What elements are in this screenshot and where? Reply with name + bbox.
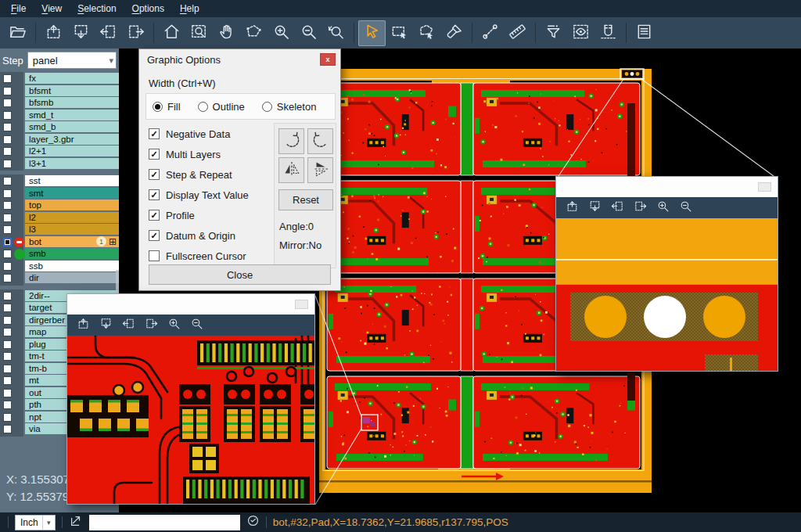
menu-item-help[interactable]: Help xyxy=(172,1,207,16)
mirror-vertical-button[interactable] xyxy=(278,157,304,183)
zoom-out-button[interactable] xyxy=(679,200,692,216)
layers-doc-button[interactable] xyxy=(630,20,658,46)
dialog-close-button[interactable]: x xyxy=(320,53,336,66)
check-row-multi-layers[interactable]: ✓Multi Layers xyxy=(149,144,249,164)
move-left-button[interactable] xyxy=(122,317,135,333)
layer-row-sst[interactable]: sst xyxy=(0,175,119,188)
layer-checkbox-fx[interactable] xyxy=(3,74,12,83)
layer-row-layer_3.gbr[interactable]: layer_3.gbr xyxy=(0,134,119,146)
layer-checkbox-via[interactable] xyxy=(3,425,12,433)
layer-row-smd_t[interactable]: smd_t xyxy=(0,110,119,122)
layer-checkbox-smt[interactable] xyxy=(3,189,12,198)
layer-row-bfsmb[interactable]: bfsmb xyxy=(0,97,119,110)
menu-item-options[interactable]: Options xyxy=(124,1,172,16)
layer-row-top[interactable]: top xyxy=(0,200,119,212)
layer-checkbox-plug[interactable] xyxy=(3,340,12,349)
layer-row-dir[interactable]: dir xyxy=(0,272,119,285)
move-right-button[interactable] xyxy=(145,317,158,333)
rotate-cw-button[interactable] xyxy=(278,128,304,154)
radio-skeleton[interactable]: Skeleton xyxy=(262,101,317,113)
move-up-button[interactable] xyxy=(566,200,579,216)
rotate-ccw-button[interactable] xyxy=(307,128,333,154)
zoom-in-button[interactable] xyxy=(167,317,181,333)
zoom-out-button[interactable] xyxy=(295,20,322,46)
move-right-button[interactable] xyxy=(122,20,149,46)
rect-select-button[interactable] xyxy=(386,20,413,46)
move-down-button[interactable] xyxy=(67,20,95,46)
layer-checkbox-ssb[interactable] xyxy=(3,262,12,271)
layer-row-l3[interactable]: l3 xyxy=(0,224,119,236)
layer-checkbox-npt[interactable] xyxy=(3,413,12,422)
close-button[interactable]: Close xyxy=(149,264,331,285)
move-up-button[interactable] xyxy=(77,317,90,333)
layer-row-l2[interactable]: l2 xyxy=(0,212,119,225)
mirror-horizontal-button[interactable] xyxy=(307,157,333,183)
layer-checkbox-sst[interactable] xyxy=(3,177,12,185)
check-row-step-repeat[interactable]: ✓Step & Repeat xyxy=(149,164,249,185)
radio-outline[interactable]: Outline xyxy=(198,101,245,113)
move-down-button[interactable] xyxy=(588,200,602,216)
checkbox-fullscreen-cursor[interactable] xyxy=(149,250,160,261)
layer-checkbox-tm-t[interactable] xyxy=(3,352,12,361)
pan-button[interactable] xyxy=(213,20,240,46)
step-select[interactable]: panel ▾ xyxy=(27,52,117,69)
polygon-path-button[interactable] xyxy=(240,20,268,46)
layer-checkbox-l3+1[interactable] xyxy=(3,160,12,168)
menu-item-view[interactable]: View xyxy=(34,1,70,16)
menu-item-selection[interactable]: Selection xyxy=(70,1,124,16)
layer-checkbox-pth[interactable] xyxy=(3,401,12,409)
layer-row-ssb[interactable]: ssb xyxy=(0,261,119,273)
layer-checkbox-top[interactable] xyxy=(3,201,12,210)
layer-checkbox-l2+1[interactable] xyxy=(3,147,12,156)
check-row-datum-origin[interactable]: ✓Datum & Origin xyxy=(149,225,249,246)
move-right-button[interactable] xyxy=(634,200,647,216)
magnifier-titlebar[interactable] xyxy=(67,294,314,315)
zoom-in-button[interactable] xyxy=(268,20,295,46)
select-button[interactable] xyxy=(358,20,386,46)
zoom-window-button[interactable] xyxy=(185,20,213,46)
magnifier-titlebar[interactable] xyxy=(556,177,778,197)
measure-button[interactable] xyxy=(476,20,504,46)
layer-checkbox-mt[interactable] xyxy=(3,376,12,385)
magnifier-titlebar-button[interactable] xyxy=(295,300,308,309)
menu-item-file[interactable]: File xyxy=(3,1,34,16)
layer-checkbox-bfsmt[interactable] xyxy=(3,87,12,95)
layer-checkbox-smd_b[interactable] xyxy=(3,123,12,131)
layer-checkbox-bot[interactable] xyxy=(3,238,12,246)
checkbox-profile[interactable]: ✓ xyxy=(149,210,160,221)
checkbox-datum-origin[interactable]: ✓ xyxy=(149,230,160,241)
group-select-button[interactable] xyxy=(413,20,440,46)
brush-button[interactable] xyxy=(440,20,468,46)
zoom-out-button[interactable] xyxy=(190,317,203,333)
command-input[interactable] xyxy=(89,515,240,530)
checkbox-display-text-value[interactable]: ✓ xyxy=(149,189,160,200)
magnifier-content[interactable] xyxy=(67,336,314,504)
layer-checkbox-2dir--[interactable] xyxy=(3,292,12,300)
layer-checkbox-tm-b[interactable] xyxy=(3,365,12,373)
move-left-button[interactable] xyxy=(95,20,122,46)
snap-magnet-button[interactable] xyxy=(594,20,622,46)
layer-row-bot[interactable]: bot1⊞ xyxy=(0,236,119,249)
checkbox-step-repeat[interactable]: ✓ xyxy=(149,169,160,180)
checkbox-negative-data[interactable]: ✓ xyxy=(149,128,160,139)
unit-select[interactable]: Inch ▾ xyxy=(15,515,56,530)
check-row-fullscreen-cursor[interactable]: Fullscreen Cursor xyxy=(149,246,249,266)
reset-button[interactable]: Reset xyxy=(278,189,333,210)
layer-checkbox-smd_t[interactable] xyxy=(3,111,12,120)
layer-checkbox-l2[interactable] xyxy=(3,214,12,222)
zoom-previous-button[interactable] xyxy=(322,20,350,46)
move-left-button[interactable] xyxy=(611,200,624,216)
checkbox-multi-layers[interactable]: ✓ xyxy=(149,149,160,160)
filter-button[interactable] xyxy=(540,20,567,46)
layer-checkbox-layer_3.gbr[interactable] xyxy=(3,135,12,144)
zoom-in-button[interactable] xyxy=(656,200,670,216)
layer-row-smb[interactable]: smb xyxy=(0,248,119,261)
magnifier-content[interactable] xyxy=(556,218,778,371)
layer-checkbox-dir[interactable] xyxy=(3,274,12,282)
layer-checkbox-smb[interactable] xyxy=(3,250,12,258)
radio-fill[interactable]: Fill xyxy=(153,101,181,113)
ruler-button[interactable] xyxy=(504,20,531,46)
layer-row-fx[interactable]: fx xyxy=(0,73,119,85)
layer-checkbox-map[interactable] xyxy=(3,328,12,336)
layer-row-l3+1[interactable]: l3+1 xyxy=(0,158,119,171)
